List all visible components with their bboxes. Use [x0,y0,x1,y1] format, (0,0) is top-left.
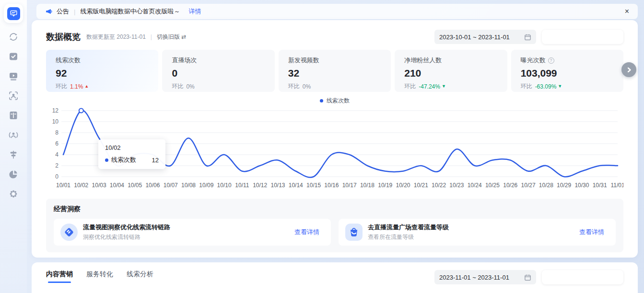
swap-icon: ⇄ [181,34,186,40]
svg-text:10/23: 10/23 [449,182,464,189]
sidebar-item-analysis[interactable] [8,169,19,180]
svg-text:10/21: 10/21 [414,182,428,189]
next-cards-button[interactable] [621,62,636,77]
insight-title: 去直播流量广场查看流量等级 [368,223,449,232]
account-selector[interactable] [542,30,623,44]
stat-delta: 环比 0% [288,82,381,90]
svg-text:10/03: 10/03 [92,182,106,189]
overview-header: 数据概览 数据更新至 2023-11-01 | 切换旧版 ⇄ 2023-10-0… [46,30,623,44]
tab-service-conversion[interactable]: 服务转化 [86,270,113,283]
book-icon [8,110,19,121]
svg-text:10/30: 10/30 [574,182,589,189]
refresh-icon [8,31,19,43]
svg-text:2: 2 [55,162,59,169]
insight-card-traffic-view[interactable]: 流量视图洞察优化线索流转链路 洞察优化线索流转链路 查看详情 [54,219,331,246]
svg-text:10/04: 10/04 [110,182,124,189]
tooltip-series-dot [105,158,108,162]
stat-value: 92 [56,68,149,79]
svg-text:6: 6 [55,140,59,147]
stat-value: 32 [288,68,381,79]
pie-icon [8,169,19,180]
stat-label: 曝光次数 ? [521,56,614,65]
sidebar-item-video[interactable] [8,70,19,82]
svg-text:4: 4 [55,151,59,158]
calendar-icon [524,274,531,281]
sidebar-item-guide[interactable] [8,149,19,160]
sidebar-item-tasks[interactable] [8,51,19,62]
bottom-tabs: 内容营销 服务转化 线索分析 [46,270,153,283]
svg-text:10/20: 10/20 [396,182,410,189]
date-range-value: 2023-11-01 ~ 2023-11-01 [439,274,509,281]
svg-text:10/14: 10/14 [289,182,303,189]
group-icon [8,129,19,141]
overview-date-range-picker[interactable]: 2023-10-01 ~ 2023-11-01 [434,30,536,44]
stat-value: 210 [404,68,497,79]
stat-card-impressions[interactable]: 曝光次数 ? 103,099 环比 -63.09%▼ [511,50,623,92]
check-square-icon [8,51,19,62]
svg-text:10/28: 10/28 [539,182,553,189]
svg-text:10/31: 10/31 [593,182,607,189]
trend-down-icon: ▼ [558,84,562,89]
stat-label: 线索次数 [56,56,149,65]
svg-text:10/05: 10/05 [128,182,142,189]
tab-leads-analysis[interactable]: 线索分析 [127,270,153,283]
sidebar-item-audience[interactable] [8,129,19,141]
stat-value: 0 [172,68,265,79]
chevron-right-icon [626,67,632,73]
announcement-banner: 公告 | 线索版电脑端数据中心首页改版啦～ 详情 × [36,4,638,19]
line-chart-area: 02468101210/0110/0210/0310/0410/0510/061… [46,106,623,193]
insight-subtitle: 洞察优化线索流转链路 [83,233,170,241]
stat-card-net-fans[interactable]: 净增粉丝人数 210 环比 -47.24%▼ [395,50,507,92]
sidebar-item-data-overview[interactable] [4,4,23,23]
tab-content-marketing[interactable]: 内容营销 [46,270,73,283]
stat-delta: 环比 1.1%▲ [56,82,149,90]
banner-divider: | [74,8,75,15]
banner-detail-link[interactable]: 详情 [188,7,201,16]
svg-text:10/18: 10/18 [360,182,375,189]
switch-old-version-link[interactable]: 切换旧版 ⇄ [157,33,186,41]
svg-text:10/09: 10/09 [199,182,213,189]
svg-text:10/11: 10/11 [235,182,249,189]
insight-title: 流量视图洞察优化线索流转链路 [83,223,170,232]
insight-card-live-traffic[interactable]: 去直播流量广场查看流量等级 查看所在流量等级 查看详情 [339,219,616,246]
svg-text:10/26: 10/26 [503,182,517,189]
stat-card-new-videos[interactable]: 新发视频数 32 环比 0% [279,50,391,92]
svg-text:10/15: 10/15 [306,182,321,189]
bottom-section-card: 内容营销 服务转化 线索分析 2023-11-01 ~ 2023-11-01 [32,262,638,293]
sidebar-item-ledger[interactable] [8,110,19,121]
svg-text:10/27: 10/27 [521,182,536,189]
svg-text:0: 0 [55,173,59,180]
svg-text:10/19: 10/19 [378,182,392,189]
legend-dot [320,99,323,102]
chart-tooltip: 10/02 线索次数 12 [98,139,165,169]
header-divider: | [151,34,152,40]
megaphone-icon [45,8,53,15]
view-detail-link[interactable]: 查看详情 [294,228,319,237]
sidebar-item-portrait[interactable] [8,90,19,101]
stat-card-live-sessions[interactable]: 直播场次 0 环比 0% [162,50,274,92]
stat-card-leads[interactable]: 线索次数 92 环比 1.1%▲ [46,50,158,92]
sidebar-item-sync[interactable] [8,31,19,43]
svg-text:12: 12 [52,107,59,114]
svg-text:8: 8 [55,129,59,136]
sidebar-item-settings[interactable] [8,188,19,200]
calendar-icon [524,34,531,41]
svg-text:10: 10 [52,118,59,125]
insights-section: 经营洞察 流量视图洞察优化线索流转链路 [46,199,623,252]
svg-text:10/25: 10/25 [485,182,500,189]
svg-text:10/22: 10/22 [432,182,446,189]
bottom-selector[interactable] [542,270,623,284]
bottom-date-range-picker[interactable]: 2023-11-01 ~ 2023-11-01 [434,270,536,284]
tooltip-date: 10/02 [105,144,159,151]
chart-legend[interactable]: 线索次数 [46,97,623,105]
view-detail-link[interactable]: 查看详情 [579,228,604,237]
close-icon[interactable]: × [625,8,629,15]
svg-text:10/29: 10/29 [557,182,571,189]
stat-label: 直播场次 [172,56,265,65]
stat-delta: 环比 -47.24%▼ [404,82,497,90]
legend-label: 线索次数 [327,97,350,105]
stat-cards-row: 线索次数 92 环比 1.1%▲ 直播场次 0 环比 0% 新发视频数 32 [46,50,623,92]
svg-text:10/01: 10/01 [56,182,70,189]
bag-icon [345,224,363,241]
svg-text:10/06: 10/06 [145,182,160,189]
